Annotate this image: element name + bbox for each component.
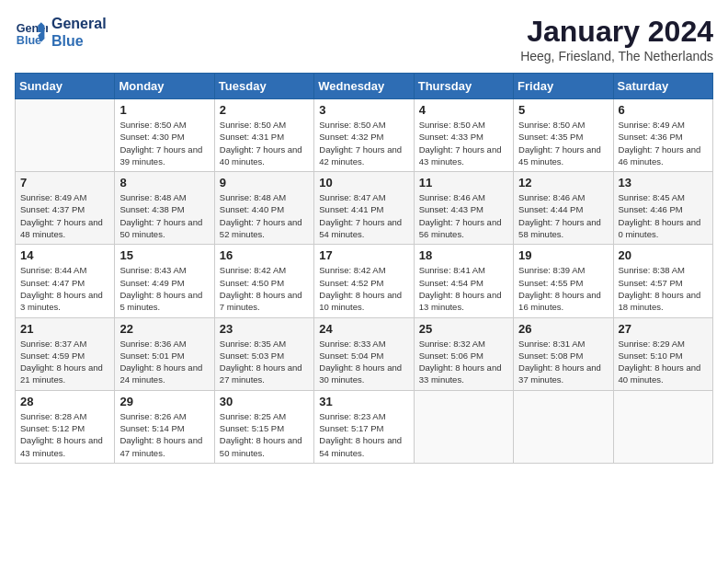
day-info: Sunrise: 8:29 AMSunset: 5:10 PMDaylight:… (619, 338, 708, 386)
day-info: Sunrise: 8:50 AMSunset: 4:33 PMDaylight:… (419, 119, 508, 167)
day-info: Sunrise: 8:42 AMSunset: 4:52 PMDaylight:… (319, 264, 408, 313)
col-header-thursday: Thursday (414, 74, 513, 99)
day-info: Sunrise: 8:48 AMSunset: 4:40 PMDaylight:… (220, 191, 309, 240)
day-number: 28 (20, 395, 109, 408)
day-number: 5 (518, 103, 608, 117)
day-info: Sunrise: 8:47 AMSunset: 4:41 PMDaylight:… (319, 191, 408, 240)
day-number: 9 (220, 176, 309, 190)
day-number: 14 (20, 248, 109, 262)
calendar-table: SundayMondayTuesdayWednesdayThursdayFrid… (15, 73, 713, 464)
calendar-cell: 3Sunrise: 8:50 AMSunset: 4:32 PMDaylight… (314, 99, 414, 172)
day-info: Sunrise: 8:50 AMSunset: 4:32 PMDaylight:… (319, 119, 408, 167)
day-number: 24 (319, 322, 408, 336)
location: Heeg, Friesland, The Netherlands (520, 49, 713, 63)
calendar-cell: 20Sunrise: 8:38 AMSunset: 4:57 PMDayligh… (613, 245, 712, 317)
calendar-cell: 27Sunrise: 8:29 AMSunset: 5:10 PMDayligh… (613, 317, 712, 390)
calendar-cell: 17Sunrise: 8:42 AMSunset: 4:52 PMDayligh… (314, 245, 414, 317)
day-info: Sunrise: 8:39 AMSunset: 4:55 PMDaylight:… (518, 264, 608, 313)
title-block: January 2024 Heeg, Friesland, The Nether… (520, 15, 713, 63)
day-info: Sunrise: 8:41 AMSunset: 4:54 PMDaylight:… (419, 264, 508, 313)
day-info: Sunrise: 8:32 AMSunset: 5:06 PMDaylight:… (419, 338, 508, 386)
day-info: Sunrise: 8:46 AMSunset: 4:43 PMDaylight:… (419, 191, 508, 240)
day-info: Sunrise: 8:36 AMSunset: 5:01 PMDaylight:… (119, 338, 209, 386)
day-number: 12 (518, 176, 608, 190)
col-header-tuesday: Tuesday (214, 74, 313, 99)
day-number: 18 (419, 248, 508, 262)
day-number: 29 (119, 395, 209, 408)
day-info: Sunrise: 8:50 AMSunset: 4:35 PMDaylight:… (518, 119, 608, 167)
day-info: Sunrise: 8:44 AMSunset: 4:47 PMDaylight:… (20, 264, 109, 313)
day-info: Sunrise: 8:49 AMSunset: 4:36 PMDaylight:… (619, 119, 708, 167)
day-number: 25 (419, 322, 508, 336)
logo-text-general: General (51, 15, 107, 32)
col-header-saturday: Saturday (613, 74, 712, 99)
calendar-cell: 31Sunrise: 8:23 AMSunset: 5:17 PMDayligh… (314, 390, 414, 463)
calendar-cell: 7Sunrise: 8:49 AMSunset: 4:37 PMDaylight… (16, 172, 115, 245)
calendar-cell: 15Sunrise: 8:43 AMSunset: 4:49 PMDayligh… (115, 245, 214, 317)
calendar-cell: 24Sunrise: 8:33 AMSunset: 5:04 PMDayligh… (314, 317, 414, 390)
day-number: 3 (319, 103, 408, 117)
calendar-cell: 23Sunrise: 8:35 AMSunset: 5:03 PMDayligh… (214, 317, 313, 390)
day-number: 4 (419, 103, 508, 117)
calendar-cell: 29Sunrise: 8:26 AMSunset: 5:14 PMDayligh… (115, 390, 214, 463)
calendar-cell (414, 390, 513, 463)
day-info: Sunrise: 8:48 AMSunset: 4:38 PMDaylight:… (119, 191, 209, 240)
col-header-monday: Monday (115, 74, 214, 99)
calendar-week-1: 1Sunrise: 8:50 AMSunset: 4:30 PMDaylight… (16, 99, 713, 172)
calendar-cell: 19Sunrise: 8:39 AMSunset: 4:55 PMDayligh… (514, 245, 613, 317)
col-header-sunday: Sunday (16, 74, 115, 99)
calendar-cell: 13Sunrise: 8:45 AMSunset: 4:46 PMDayligh… (613, 172, 712, 245)
day-number: 15 (119, 248, 209, 262)
col-header-friday: Friday (514, 74, 613, 99)
day-info: Sunrise: 8:26 AMSunset: 5:14 PMDaylight:… (119, 410, 209, 459)
page-header: General Blue General Blue January 2024 H… (15, 15, 713, 63)
day-info: Sunrise: 8:37 AMSunset: 4:59 PMDaylight:… (20, 338, 109, 386)
day-info: Sunrise: 8:50 AMSunset: 4:31 PMDaylight:… (220, 119, 309, 167)
calendar-header-row: SundayMondayTuesdayWednesdayThursdayFrid… (16, 74, 713, 99)
logo: General Blue General Blue (15, 15, 107, 50)
calendar-cell: 6Sunrise: 8:49 AMSunset: 4:36 PMDaylight… (613, 99, 712, 172)
day-number: 7 (20, 176, 109, 190)
logo-text-blue: Blue (51, 32, 107, 50)
day-number: 1 (119, 103, 209, 117)
day-number: 30 (220, 395, 309, 408)
day-number: 31 (319, 395, 408, 408)
day-info: Sunrise: 8:33 AMSunset: 5:04 PMDaylight:… (319, 338, 408, 386)
calendar-cell: 1Sunrise: 8:50 AMSunset: 4:30 PMDaylight… (115, 99, 214, 172)
day-number: 19 (518, 248, 608, 262)
calendar-cell: 26Sunrise: 8:31 AMSunset: 5:08 PMDayligh… (514, 317, 613, 390)
day-number: 10 (319, 176, 408, 190)
day-number: 16 (220, 248, 309, 262)
day-info: Sunrise: 8:38 AMSunset: 4:57 PMDaylight:… (619, 264, 708, 313)
day-number: 20 (619, 248, 708, 262)
calendar-cell: 11Sunrise: 8:46 AMSunset: 4:43 PMDayligh… (414, 172, 513, 245)
day-info: Sunrise: 8:35 AMSunset: 5:03 PMDaylight:… (220, 338, 309, 386)
calendar-cell: 18Sunrise: 8:41 AMSunset: 4:54 PMDayligh… (414, 245, 513, 317)
calendar-cell: 4Sunrise: 8:50 AMSunset: 4:33 PMDaylight… (414, 99, 513, 172)
day-number: 23 (220, 322, 309, 336)
calendar-cell: 22Sunrise: 8:36 AMSunset: 5:01 PMDayligh… (115, 317, 214, 390)
day-info: Sunrise: 8:43 AMSunset: 4:49 PMDaylight:… (119, 264, 209, 313)
day-info: Sunrise: 8:28 AMSunset: 5:12 PMDaylight:… (20, 410, 109, 459)
day-number: 11 (419, 176, 508, 190)
calendar-cell: 10Sunrise: 8:47 AMSunset: 4:41 PMDayligh… (314, 172, 414, 245)
day-number: 26 (518, 322, 608, 336)
calendar-cell: 8Sunrise: 8:48 AMSunset: 4:38 PMDaylight… (115, 172, 214, 245)
month-title: January 2024 (520, 15, 713, 49)
calendar-cell (514, 390, 613, 463)
day-info: Sunrise: 8:25 AMSunset: 5:15 PMDaylight:… (220, 410, 309, 459)
day-info: Sunrise: 8:42 AMSunset: 4:50 PMDaylight:… (220, 264, 309, 313)
calendar-cell: 25Sunrise: 8:32 AMSunset: 5:06 PMDayligh… (414, 317, 513, 390)
day-number: 2 (220, 103, 309, 117)
calendar-cell: 5Sunrise: 8:50 AMSunset: 4:35 PMDaylight… (514, 99, 613, 172)
col-header-wednesday: Wednesday (314, 74, 414, 99)
day-number: 8 (119, 176, 209, 190)
logo-icon: General Blue (15, 16, 48, 49)
calendar-cell: 9Sunrise: 8:48 AMSunset: 4:40 PMDaylight… (214, 172, 313, 245)
calendar-week-5: 28Sunrise: 8:28 AMSunset: 5:12 PMDayligh… (16, 390, 713, 463)
calendar-week-3: 14Sunrise: 8:44 AMSunset: 4:47 PMDayligh… (16, 245, 713, 317)
calendar-cell (613, 390, 712, 463)
day-info: Sunrise: 8:45 AMSunset: 4:46 PMDaylight:… (619, 191, 708, 240)
calendar-cell: 14Sunrise: 8:44 AMSunset: 4:47 PMDayligh… (16, 245, 115, 317)
calendar-cell: 16Sunrise: 8:42 AMSunset: 4:50 PMDayligh… (214, 245, 313, 317)
